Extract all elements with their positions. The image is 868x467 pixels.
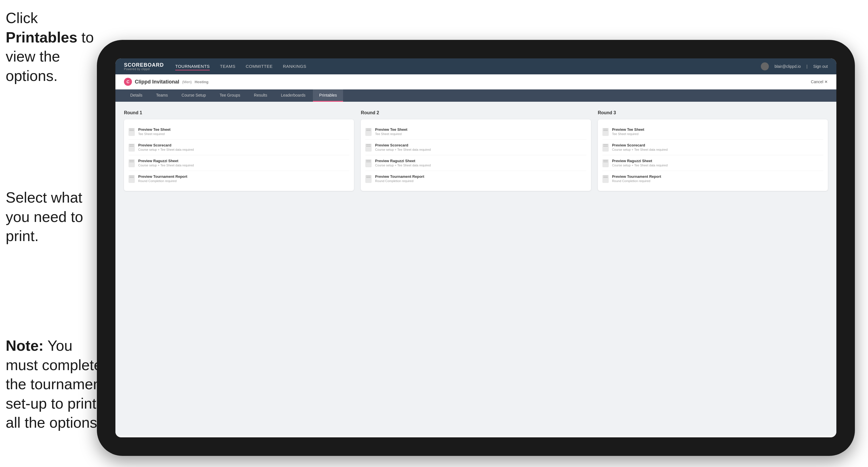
tab-leaderboards[interactable]: Leaderboards bbox=[275, 90, 312, 102]
round-1-card: Preview Tee Sheet Tee Sheet required Pre… bbox=[124, 119, 354, 191]
doc-icon bbox=[128, 128, 135, 136]
tournament-logo: C bbox=[124, 78, 132, 86]
tournament-status: Hosting bbox=[195, 80, 208, 84]
item-sub: Round Completion required bbox=[138, 179, 187, 183]
item-sub: Course setup + Tee Sheet data required bbox=[375, 163, 431, 167]
tab-teams[interactable]: Teams bbox=[150, 90, 174, 102]
instruction-top: Click Printables to view the options. bbox=[6, 8, 102, 86]
doc-icon bbox=[602, 128, 609, 136]
tab-bar: Details Teams Course Setup Tee Groups Re… bbox=[116, 90, 836, 102]
item-title: Preview Scorecard bbox=[375, 143, 431, 147]
round-3-scorecard[interactable]: Preview Scorecard Course setup + Tee She… bbox=[602, 139, 823, 155]
printables-bold: Printables bbox=[6, 29, 77, 45]
item-title: Preview Raguzzi Sheet bbox=[375, 159, 431, 163]
tab-course-setup[interactable]: Course Setup bbox=[175, 90, 212, 102]
item-title: Preview Tee Sheet bbox=[612, 127, 644, 132]
main-content: Round 1 Preview Tee Sheet Tee Sheet requ… bbox=[116, 102, 836, 435]
tournament-title: Clippd Invitational bbox=[135, 79, 179, 85]
item-title: Preview Raguzzi Sheet bbox=[612, 159, 668, 163]
round-2-tournament-report[interactable]: Preview Tournament Report Round Completi… bbox=[365, 171, 586, 186]
round-3-card: Preview Tee Sheet Tee Sheet required Pre… bbox=[598, 119, 828, 191]
round-3-column: Round 3 Preview Tee Sheet Tee Sheet requ… bbox=[598, 110, 828, 191]
round-1-title: Round 1 bbox=[124, 110, 354, 115]
brand-sub: Powered by clippd bbox=[124, 67, 164, 71]
item-title: Preview Tee Sheet bbox=[138, 127, 170, 132]
round-3-tournament-report[interactable]: Preview Tournament Report Round Completi… bbox=[602, 171, 823, 186]
item-sub: Course setup + Tee Sheet data required bbox=[138, 148, 194, 151]
item-title: Preview Tournament Report bbox=[375, 175, 424, 179]
cancel-button[interactable]: Cancel ✕ bbox=[811, 80, 828, 84]
instruction-bottom: Note: You must complete the tournament s… bbox=[6, 336, 108, 433]
item-sub: Tee Sheet required bbox=[138, 132, 170, 136]
doc-icon bbox=[602, 175, 609, 183]
round-1-tee-sheet[interactable]: Preview Tee Sheet Tee Sheet required bbox=[128, 124, 349, 139]
tab-tee-groups[interactable]: Tee Groups bbox=[213, 90, 247, 102]
doc-icon bbox=[602, 159, 609, 167]
avatar bbox=[761, 62, 769, 70]
instruction-top-text: Click Printables to view the options. bbox=[6, 10, 94, 84]
tab-printables[interactable]: Printables bbox=[313, 90, 343, 102]
user-email: blair@clippd.io bbox=[775, 64, 801, 69]
item-sub: Course setup + Tee Sheet data required bbox=[612, 148, 668, 151]
item-sub: Round Completion required bbox=[375, 179, 424, 183]
note-bold: Note: bbox=[6, 337, 43, 354]
top-nav-right: blair@clippd.io | Sign out bbox=[761, 62, 828, 70]
item-title: Preview Raguzzi Sheet bbox=[138, 159, 194, 163]
doc-icon bbox=[128, 175, 135, 183]
item-title: Preview Tournament Report bbox=[138, 175, 187, 179]
round-3-tee-sheet[interactable]: Preview Tee Sheet Tee Sheet required bbox=[602, 124, 823, 139]
round-2-tee-sheet[interactable]: Preview Tee Sheet Tee Sheet required bbox=[365, 124, 586, 139]
round-1-scorecard[interactable]: Preview Scorecard Course setup + Tee She… bbox=[128, 139, 349, 155]
nav-link-rankings[interactable]: RANKINGS bbox=[283, 63, 306, 70]
tournament-header: C Clippd Invitational (Men) Hosting Canc… bbox=[116, 74, 836, 90]
brand: SCOREBOARD Powered by clippd bbox=[124, 62, 164, 71]
doc-icon bbox=[365, 159, 372, 167]
nav-link-committee[interactable]: COMMITTEE bbox=[246, 63, 273, 70]
rounds-grid: Round 1 Preview Tee Sheet Tee Sheet requ… bbox=[124, 110, 828, 191]
round-3-raguzzi[interactable]: Preview Raguzzi Sheet Course setup + Tee… bbox=[602, 155, 823, 171]
round-1-raguzzi[interactable]: Preview Raguzzi Sheet Course setup + Tee… bbox=[128, 155, 349, 171]
tournament-name-section: C Clippd Invitational (Men) Hosting bbox=[124, 78, 208, 86]
item-sub: Round Completion required bbox=[612, 179, 661, 183]
tab-results[interactable]: Results bbox=[248, 90, 274, 102]
instruction-middle: Select what you need to print. bbox=[6, 188, 102, 246]
round-2-title: Round 2 bbox=[361, 110, 591, 115]
round-2-raguzzi[interactable]: Preview Raguzzi Sheet Course setup + Tee… bbox=[365, 155, 586, 171]
doc-icon bbox=[365, 144, 372, 152]
item-title: Preview Tournament Report bbox=[612, 175, 661, 179]
round-3-title: Round 3 bbox=[598, 110, 828, 115]
round-1-column: Round 1 Preview Tee Sheet Tee Sheet requ… bbox=[124, 110, 354, 191]
round-1-tournament-report[interactable]: Preview Tournament Report Round Completi… bbox=[128, 171, 349, 186]
tab-details[interactable]: Details bbox=[124, 90, 149, 102]
item-sub: Course setup + Tee Sheet data required bbox=[612, 163, 668, 167]
brand-title: SCOREBOARD bbox=[124, 62, 164, 67]
doc-icon bbox=[128, 159, 135, 167]
item-sub: Tee Sheet required bbox=[375, 132, 407, 136]
round-2-card: Preview Tee Sheet Tee Sheet required Pre… bbox=[361, 119, 591, 191]
nav-link-tournaments[interactable]: TOURNAMENTS bbox=[175, 63, 210, 70]
tournament-badge: (Men) bbox=[182, 80, 192, 84]
doc-icon bbox=[602, 144, 609, 152]
item-title: Preview Tee Sheet bbox=[375, 127, 407, 132]
item-title: Preview Scorecard bbox=[612, 143, 668, 147]
item-sub: Tee Sheet required bbox=[612, 132, 644, 136]
doc-icon bbox=[365, 128, 372, 136]
item-sub: Course setup + Tee Sheet data required bbox=[375, 148, 431, 151]
doc-icon bbox=[365, 175, 372, 183]
top-nav: SCOREBOARD Powered by clippd TOURNAMENTS… bbox=[116, 58, 836, 74]
item-sub: Course setup + Tee Sheet data required bbox=[138, 163, 194, 167]
tablet-screen: SCOREBOARD Powered by clippd TOURNAMENTS… bbox=[116, 58, 836, 437]
tablet-frame: SCOREBOARD Powered by clippd TOURNAMENTS… bbox=[97, 40, 855, 456]
sign-out-link[interactable]: Sign out bbox=[813, 64, 828, 69]
nav-link-teams[interactable]: TEAMS bbox=[220, 63, 236, 70]
round-2-column: Round 2 Preview Tee Sheet Tee Sheet requ… bbox=[361, 110, 591, 191]
item-title: Preview Scorecard bbox=[138, 143, 194, 147]
top-nav-links: TOURNAMENTS TEAMS COMMITTEE RANKINGS bbox=[175, 63, 761, 70]
instruction-middle-text: Select what you need to print. bbox=[6, 189, 83, 244]
round-2-scorecard[interactable]: Preview Scorecard Course setup + Tee She… bbox=[365, 139, 586, 155]
doc-icon bbox=[128, 144, 135, 152]
